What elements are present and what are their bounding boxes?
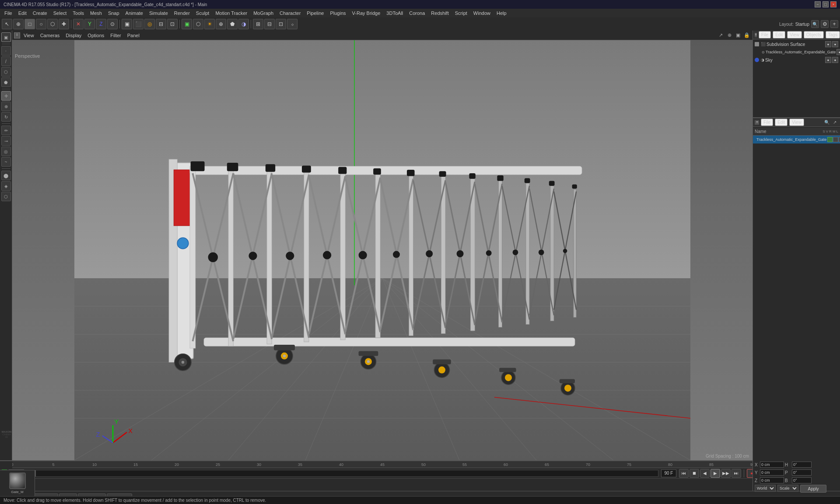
toolbar-anim[interactable]: ⬛ (133, 19, 144, 29)
obj-header-objects[interactable]: Objects (804, 31, 824, 38)
menu-item-window[interactable]: Window (471, 10, 493, 17)
menu-item-pipeline[interactable]: Pipeline (304, 10, 326, 17)
playback-prev-frame[interactable]: ◀ (700, 469, 710, 478)
tool-pen[interactable]: ✏ (1, 126, 11, 135)
vp-icon-add[interactable]: ⊕ (725, 32, 733, 39)
tool-spline[interactable]: ~ (1, 157, 11, 167)
toolbar-mat3[interactable]: ☀ (204, 19, 215, 29)
playback-goto-end[interactable]: ⏭ (732, 469, 741, 478)
toolbar-box[interactable]: □ (24, 19, 35, 29)
toolbar-z[interactable]: Z (96, 19, 106, 29)
gate-vis-btn[interactable]: ● (836, 49, 840, 55)
coord-y-input[interactable] (760, 469, 784, 476)
layout-search[interactable]: 🔍 (811, 20, 819, 28)
toolbar-layout[interactable]: ⬦ (287, 19, 298, 29)
menu-item-edit[interactable]: Edit (16, 10, 29, 17)
subdiv-render-btn[interactable]: ● (832, 41, 838, 47)
menu-item-snap[interactable]: Snap (105, 10, 122, 17)
toolbar-mat5[interactable]: ⬟ (227, 19, 238, 29)
mat-header-view[interactable]: View (789, 119, 804, 126)
obj-header-edit[interactable]: Edit (773, 31, 785, 38)
coord-x-input[interactable] (760, 462, 784, 468)
vp-tab-filter[interactable]: Filter (108, 32, 123, 39)
coord-system-dropdown[interactable]: World Object (755, 485, 776, 492)
tool-mode-object[interactable]: ▣ (1, 32, 11, 42)
mat-search-icon[interactable]: 🔍 (823, 119, 830, 126)
toolbar-sky[interactable]: ◑ (238, 19, 249, 29)
layout-add[interactable]: + (830, 20, 838, 28)
mat-header-file[interactable]: File (761, 119, 773, 126)
tool-mode-edge[interactable]: / (1, 56, 11, 66)
sky-vis-btn[interactable]: ● (825, 57, 831, 63)
menu-item-corona[interactable]: Corona (406, 10, 427, 17)
layout-settings[interactable]: ⚙ (821, 20, 829, 28)
toolbar-grid[interactable]: ⊡ (276, 19, 286, 29)
menu-item-motion-tracker[interactable]: Motion Tracker (213, 10, 250, 17)
menu-item-mesh[interactable]: Mesh (88, 10, 105, 17)
vp-tab-cameras[interactable]: Cameras (38, 32, 63, 39)
mat-manager-grip[interactable]: ⠿ (755, 120, 759, 125)
menu-item-plugins[interactable]: Plugins (327, 10, 348, 17)
vp-tab-display[interactable]: Display (63, 32, 84, 39)
tool-sculpt1[interactable]: ⬤ (1, 171, 11, 180)
menu-item-3dtoall[interactable]: 3DToAll (384, 10, 406, 17)
toolbar-y[interactable]: Y (84, 19, 95, 29)
toolbar-parent[interactable]: ⊙ (107, 19, 118, 29)
toolbar-live-sel[interactable]: ✚ (59, 19, 69, 29)
toolbar-mat4[interactable]: ⊕ (216, 19, 226, 29)
tool-magnet[interactable]: ◎ (1, 147, 11, 156)
obj-row-sky[interactable]: ◑ Sky ● ● (753, 56, 840, 64)
vp-tab-options[interactable]: Options (85, 32, 107, 39)
menu-item-animate[interactable]: Animate (123, 10, 146, 17)
tool-sculpt2[interactable]: ◈ (1, 181, 11, 191)
tool-mode-point[interactable]: · (1, 46, 11, 56)
attr-ctrl-2[interactable] (833, 137, 838, 142)
menu-item-v-ray-bridge[interactable]: V-Ray Bridge (350, 10, 383, 17)
playback-goto-start[interactable]: ⏮ (679, 469, 689, 478)
menu-item-simulate[interactable]: Simulate (147, 10, 171, 17)
menu-item-select[interactable]: Select (51, 10, 70, 17)
timeline-slider[interactable] (27, 470, 658, 477)
toolbar-move[interactable]: ↖ (2, 19, 12, 29)
toolbar-mat2[interactable]: ⬡ (193, 19, 203, 29)
obj-manager-grip[interactable]: ⠿ (755, 33, 757, 37)
material-preview-sphere[interactable] (9, 472, 26, 489)
vp-tab-view[interactable]: View (21, 32, 37, 39)
tool-scale[interactable]: ⊕ (1, 102, 11, 111)
menu-item-character[interactable]: Character (277, 10, 303, 17)
playback-play-forward[interactable]: ▶ (710, 469, 720, 478)
viewport-grip[interactable]: ⠿ (14, 32, 20, 38)
apply-button[interactable]: Apply (800, 485, 826, 493)
toolbar-x[interactable]: ✕ (73, 19, 84, 29)
menu-item-redshift[interactable]: Redshift (428, 10, 451, 17)
sky-render-btn[interactable]: ● (832, 57, 838, 63)
toolbar-render2[interactable]: ⊟ (156, 19, 166, 29)
subdiv-vis-btn[interactable]: ● (825, 41, 831, 47)
toolbar-disp1[interactable]: ⊞ (253, 19, 263, 29)
toolbar-circle[interactable]: ○ (36, 19, 46, 29)
menu-item-script[interactable]: Script (452, 10, 470, 17)
tool-measure[interactable]: ⊸ (1, 136, 11, 146)
tool-rotate[interactable]: ↻ (1, 112, 11, 122)
tool-mode-uv[interactable]: ⬟ (1, 77, 11, 87)
toolbar-mat1[interactable]: ▣ (182, 19, 192, 29)
tool-move[interactable]: ✛ (1, 91, 11, 101)
mat-expand-icon[interactable]: ↗ (831, 119, 838, 126)
menu-item-render[interactable]: Render (172, 10, 192, 17)
toolbar-render[interactable]: ◎ (144, 19, 155, 29)
close-button[interactable]: × (830, 1, 836, 7)
maximize-button[interactable]: □ (822, 1, 829, 7)
obj-row-gate[interactable]: ⊙ Trackless_Automatic_Expandable_Gate ● … (753, 48, 840, 56)
toolbar-film[interactable]: ▣ (122, 19, 132, 29)
coord-z-input[interactable] (760, 477, 784, 483)
coord-b-input[interactable] (792, 477, 812, 483)
obj-header-tags[interactable]: Tags (826, 31, 840, 38)
attr-row-gate[interactable]: Trackless_Automatic_Expandable_Gate (753, 136, 840, 144)
menu-item-help[interactable]: Help (494, 10, 509, 17)
toolbar-render3[interactable]: ⊡ (167, 19, 178, 29)
menu-item-file[interactable]: File (2, 10, 15, 17)
toolbar-disp2[interactable]: ⊟ (264, 19, 275, 29)
playback-stop[interactable]: ⏹ (690, 469, 699, 478)
menu-item-tools[interactable]: Tools (70, 10, 87, 17)
obj-row-subdivision[interactable]: ⬛ Subdivision Surface ● ● (753, 40, 840, 48)
